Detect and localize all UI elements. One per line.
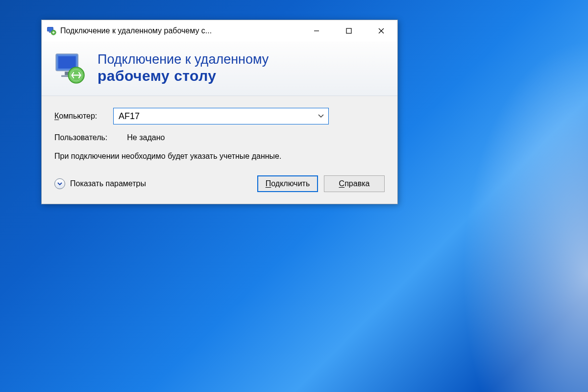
window-controls — [300, 20, 397, 42]
minimize-button[interactable] — [300, 20, 333, 42]
dialog-body: Компьютер: Пользователь: Не задано При п… — [42, 96, 397, 204]
credentials-info: При подключении необходимо будет указать… — [54, 151, 329, 162]
rdp-icon — [52, 50, 88, 86]
svg-rect-4 — [346, 28, 351, 33]
show-options-toggle[interactable]: Показать параметры — [54, 178, 146, 189]
close-button[interactable] — [365, 20, 397, 42]
banner-heading-1: Подключение к удаленному — [98, 51, 269, 67]
help-button[interactable]: Справка — [324, 175, 385, 192]
expand-down-icon — [54, 178, 65, 189]
app-icon — [47, 26, 56, 36]
computer-label: Компьютер: — [54, 112, 113, 121]
show-options-label: Показать параметры — [70, 179, 146, 188]
titlebar[interactable]: Подключение к удаленному рабочему с... — [42, 20, 397, 42]
window-title: Подключение к удаленному рабочему с... — [60, 26, 300, 35]
banner-heading-2: рабочему столу — [98, 67, 269, 85]
banner: Подключение к удаленному рабочему столу — [42, 42, 397, 96]
svg-rect-8 — [58, 56, 76, 69]
chevron-down-icon[interactable] — [314, 108, 328, 124]
computer-combobox[interactable] — [113, 108, 329, 124]
dialog-footer: Показать параметры Подключить Справка — [54, 172, 385, 195]
user-value: Не задано — [127, 133, 165, 142]
computer-input[interactable] — [114, 108, 314, 124]
maximize-button[interactable] — [333, 20, 365, 42]
connect-button[interactable]: Подключить — [257, 175, 318, 192]
rdp-dialog: Подключение к удаленному рабочему с... — [41, 20, 398, 204]
banner-text: Подключение к удаленному рабочему столу — [98, 51, 269, 85]
user-label: Пользователь: — [54, 133, 107, 142]
